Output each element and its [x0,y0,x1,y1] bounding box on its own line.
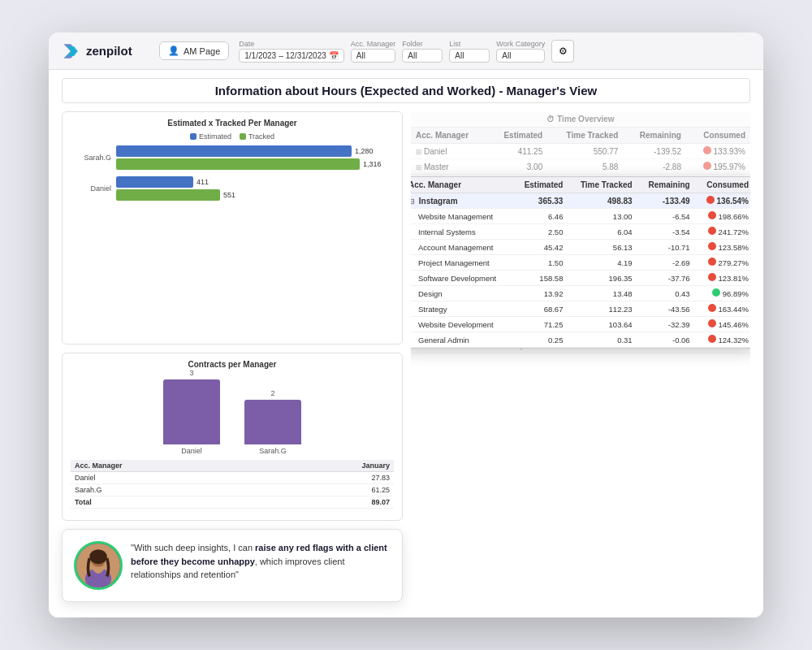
cell-manager: Daniel [71,472,266,484]
child-row-design: Design 13.92 13.48 0.43 96.89% [411,286,750,301]
cell-tracked: 196.35 [568,271,637,286]
date-label: Date [239,40,344,48]
zenpilot-logo-icon [60,41,81,62]
table-row: ⊞Daniel411.25550.77-139.52 133.93% [411,144,750,159]
bar-row-daniel: Daniel 411 551 [77,176,387,201]
time-overview-header-bg: ⏱ Time Overview [411,111,750,128]
expanded-parent-row: ⊟ Instagram 365.33 498.83 -133.49 136.54… [411,193,750,209]
child-row-strategy: Strategy 68.67 112.23 -43.56 163.44% [411,301,750,317]
work-category-value: All [502,51,511,60]
cell-remaining: -10.71 [637,240,695,255]
legend-estimated: Estimated [190,132,231,141]
acc-manager-select[interactable]: All [351,49,396,63]
cell-january: 89.07 [266,496,394,509]
cell-remaining: -0.06 [637,332,695,348]
cell-estimated-parent: 365.33 [513,193,568,209]
cell-tracked: 5.88 [547,159,623,175]
bar-col-value-sarahg: 2 [270,389,274,397]
bar-wrap-sarahg-track: 1,316 [116,158,387,170]
cell-remaining: -3.54 [637,224,695,240]
cell-manager: ⊞Daniel [411,144,488,159]
cell-remaining: -2.69 [637,255,695,271]
chart-title: Estimated x Tracked Per Manager [71,119,394,128]
filter-button[interactable]: ⚙ [551,40,574,63]
bar-sarahg-estimated [116,145,352,157]
cell-tracked-parent: 498.83 [568,193,637,209]
am-page-label: AM Page [184,46,220,56]
work-category-filter-group: Work Category All [496,40,545,63]
cell-consumed: 163.44% [695,301,750,317]
cell-remaining: -32.39 [637,317,695,332]
bar-daniel-tracked [116,189,220,201]
cell-tracked: 112.23 [568,301,637,317]
cell-manager: ⊞Master [411,159,488,175]
cell-consumed: 241.72% [695,224,750,240]
manager-table: Acc. Manager January Daniel 27.83 [71,460,394,509]
th-time-tracked: Time Tracked [547,128,623,144]
cell-remaining: -37.76 [637,271,695,286]
page-title: Information about Hours (Expected and Wo… [62,78,750,103]
th-acc-manager: Acc. Manager [411,128,488,144]
bar-col-daniel: 3 Daniel [163,369,220,455]
main-content: Information about Hours (Expected and Wo… [49,70,763,618]
cell-manager: Sarah.G [71,484,266,496]
bar-row-sarahg: Sarah.G 1,280 1,316 [77,145,387,170]
bar-col-value-daniel: 3 [189,369,193,377]
right-column: ⏱ Time Overview Acc. Manager Estimated T… [411,111,750,602]
folder-filter-group: Folder All [402,40,443,63]
cell-estimated: 0.25 [513,332,568,348]
cell-tracked: 6.04 [568,224,637,240]
th-estimated: Estimated [488,128,548,144]
contracts-chart-area: 3 Daniel 2 Sarah.G [71,374,394,455]
bar-vertical-sarahg [244,400,301,444]
bar-col-label-daniel: Daniel [181,447,202,455]
quote-bold: raise any red flags with a client before… [131,543,387,566]
bar-vertical-daniel [163,379,220,444]
legend-tracked: Tracked [240,132,274,141]
legend-label-estimated: Estimated [199,132,231,141]
browser-window: zenpilot 👤 AM Page Date 1/1/2023 – 12/31… [49,32,763,618]
list-label: List [449,40,490,48]
bar-sarahg-tracked [116,158,360,170]
date-range-input[interactable]: 1/1/2023 – 12/31/2023 📅 [239,49,344,63]
cell-estimated: 2.50 [513,224,568,240]
work-category-select[interactable]: All [496,49,545,63]
cell-estimated: 411.25 [488,144,548,159]
filter-icon: ⚙ [559,46,568,57]
cell-consumed: 145.46% [695,317,750,332]
bar-daniel-estimated [116,176,193,188]
acc-manager-value: All [356,51,365,60]
child-row-project-mgmt: Project Management 1.50 4.19 -2.69 279.2… [411,255,750,271]
bar-label-sarahg: Sarah.G [77,154,111,162]
cell-consumed-parent: 136.54% [695,193,750,209]
th-remaining-exp: Remaining [637,177,695,193]
th-tracked-exp: Time Tracked [568,177,637,193]
cell-january: 61.25 [266,484,394,496]
cell-name: Account Management [411,240,513,255]
left-column: Estimated x Tracked Per Manager Estimate… [62,111,403,602]
cell-remaining: -6.54 [637,209,695,224]
quote-box: "With such deep insights, I can raise an… [62,529,403,602]
cell-estimated: 71.25 [513,317,568,332]
cell-estimated: 3.00 [488,159,548,175]
bar-label-daniel: Daniel [77,184,111,193]
bar-col-label-sarahg: Sarah.G [259,447,287,455]
cell-estimated: 13.92 [513,286,568,301]
list-value: All [455,51,464,60]
bar-value-sarahg-tracked: 1,316 [363,160,382,168]
am-page-button[interactable]: 👤 AM Page [159,41,229,60]
cell-tracked: 13.00 [568,209,637,224]
cell-tracked: 4.19 [568,255,637,271]
list-select[interactable]: All [449,49,490,63]
user-icon: 👤 [168,46,179,56]
cell-name: Software Development [411,271,513,286]
expanded-table: Acc. Manager Estimated Time Tracked Rema… [411,177,750,348]
table-row: Sarah.G 61.25 [71,484,394,496]
folder-select[interactable]: All [402,49,443,63]
cell-consumed: 279.27% [695,255,750,271]
folder-value: All [408,51,417,60]
bar-wrap-daniel-track: 551 [116,189,387,201]
bars-container-daniel: 411 551 [116,176,387,201]
cell-name: Design [411,286,513,301]
contracts-chart-card: Contracts per Manager 3 Daniel 2 Sarah.G [62,353,403,521]
